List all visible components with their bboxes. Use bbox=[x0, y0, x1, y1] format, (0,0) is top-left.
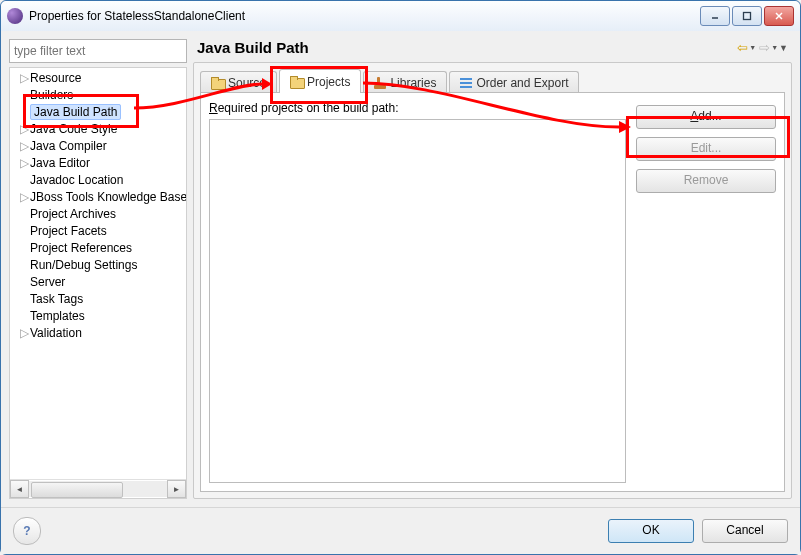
tree-item-label: Javadoc Location bbox=[30, 173, 123, 187]
tree-item-label: Java Code Style bbox=[30, 122, 117, 136]
tree-item-label: Templates bbox=[30, 309, 85, 323]
projects-tab-area: Required projects on the build path: Add… bbox=[200, 92, 785, 492]
folder-icon bbox=[211, 77, 224, 88]
main-panel: Java Build Path ⇦▼ ⇨▼ ▼ Source bbox=[193, 39, 792, 499]
tree-item-validation[interactable]: ▷Validation bbox=[12, 325, 186, 342]
tree-item-project-facets[interactable]: Project Facets bbox=[12, 223, 186, 240]
view-menu-icon[interactable]: ▼ bbox=[779, 43, 788, 53]
page-title: Java Build Path bbox=[197, 39, 309, 56]
expand-arrow-icon[interactable]: ▷ bbox=[20, 155, 30, 172]
tab-projects-label: Projects bbox=[307, 75, 350, 89]
tab-source-label: Source bbox=[228, 76, 266, 90]
titlebar[interactable]: Properties for StatelessStandaloneClient bbox=[1, 1, 800, 32]
expand-arrow-icon[interactable]: ▷ bbox=[20, 70, 30, 87]
filter-box bbox=[9, 39, 187, 63]
required-projects-label: Required projects on the build path: bbox=[209, 101, 626, 115]
tree-item-label: Resource bbox=[30, 71, 81, 85]
library-icon bbox=[374, 77, 386, 89]
expand-arrow-icon[interactable]: ▷ bbox=[20, 138, 30, 155]
tree-item-builders[interactable]: Builders bbox=[12, 87, 186, 104]
tree-item-label: Java Editor bbox=[30, 156, 90, 170]
tab-projects[interactable]: Projects bbox=[279, 69, 361, 93]
tree-item-label: Validation bbox=[30, 326, 82, 340]
expand-arrow-icon[interactable]: ▷ bbox=[20, 189, 30, 206]
tree-item-project-references[interactable]: Project References bbox=[12, 240, 186, 257]
tab-order-export[interactable]: Order and Export bbox=[449, 71, 579, 93]
tree-item-java-editor[interactable]: ▷Java Editor bbox=[12, 155, 186, 172]
tab-order-export-label: Order and Export bbox=[476, 76, 568, 90]
nav-forward-icon: ⇨ bbox=[759, 40, 770, 55]
minimize-button[interactable] bbox=[700, 6, 730, 26]
tree-item-label: Java Build Path bbox=[30, 104, 121, 120]
remove-button: Remove bbox=[636, 169, 776, 193]
add-button[interactable]: Add... bbox=[636, 105, 776, 129]
close-button[interactable] bbox=[764, 6, 794, 26]
tree-item-project-archives[interactable]: Project Archives bbox=[12, 206, 186, 223]
tree-item-label: Task Tags bbox=[30, 292, 83, 306]
nav-back-icon[interactable]: ⇦ bbox=[737, 40, 748, 55]
order-export-icon bbox=[460, 78, 472, 88]
edit-button: Edit... bbox=[636, 137, 776, 161]
tree-item-javadoc-location[interactable]: Javadoc Location bbox=[12, 172, 186, 189]
tree-item-java-build-path[interactable]: Java Build Path bbox=[12, 104, 186, 121]
tab-libraries-label: Libraries bbox=[390, 76, 436, 90]
window-title: Properties for StatelessStandaloneClient bbox=[29, 9, 700, 23]
svg-rect-1 bbox=[744, 13, 751, 20]
tree-hscrollbar[interactable]: ◄ ► bbox=[10, 479, 186, 498]
tab-libraries[interactable]: Libraries bbox=[363, 71, 447, 93]
expand-arrow-icon[interactable]: ▷ bbox=[20, 325, 30, 342]
tree-item-jboss-tools-knowledge-base[interactable]: ▷JBoss Tools Knowledge Base bbox=[12, 189, 186, 206]
build-path-tabs: Source Projects Libraries Order and bbox=[200, 69, 785, 93]
page-toolbar: ⇦▼ ⇨▼ ▼ bbox=[737, 40, 788, 55]
tree-item-resource[interactable]: ▷Resource bbox=[12, 70, 186, 87]
folder-icon bbox=[290, 76, 303, 87]
tree-item-label: Project References bbox=[30, 241, 132, 255]
expand-arrow-icon[interactable]: ▷ bbox=[20, 121, 30, 138]
dialog-footer: ? OK Cancel bbox=[1, 507, 800, 554]
tab-source[interactable]: Source bbox=[200, 71, 277, 93]
maximize-button[interactable] bbox=[732, 6, 762, 26]
filter-input[interactable] bbox=[10, 40, 186, 62]
eclipse-icon bbox=[7, 8, 23, 24]
nav-back-menu-icon[interactable]: ▼ bbox=[749, 44, 756, 51]
tree-item-server[interactable]: Server bbox=[12, 274, 186, 291]
tree-item-task-tags[interactable]: Task Tags bbox=[12, 291, 186, 308]
ok-button[interactable]: OK bbox=[608, 519, 694, 543]
tree-item-label: Builders bbox=[30, 88, 73, 102]
tree-item-label: Project Facets bbox=[30, 224, 107, 238]
help-button[interactable]: ? bbox=[13, 517, 41, 545]
required-projects-list[interactable] bbox=[209, 119, 626, 483]
tree-item-java-compiler[interactable]: ▷Java Compiler bbox=[12, 138, 186, 155]
cancel-button[interactable]: Cancel bbox=[702, 519, 788, 543]
tree-item-templates[interactable]: Templates bbox=[12, 308, 186, 325]
tree-item-label: Project Archives bbox=[30, 207, 116, 221]
scroll-track[interactable] bbox=[29, 481, 167, 497]
tree-item-label: Java Compiler bbox=[30, 139, 107, 153]
scroll-left-button[interactable]: ◄ bbox=[10, 480, 29, 498]
tree-item-label: Server bbox=[30, 275, 65, 289]
tree-item-run-debug-settings[interactable]: Run/Debug Settings bbox=[12, 257, 186, 274]
tree-item-label: JBoss Tools Knowledge Base bbox=[30, 190, 186, 204]
category-tree[interactable]: ▷ResourceBuildersJava Build Path▷Java Co… bbox=[10, 68, 186, 479]
tree-item-java-code-style[interactable]: ▷Java Code Style bbox=[12, 121, 186, 138]
properties-dialog: Properties for StatelessStandaloneClient… bbox=[0, 0, 801, 555]
sidebar: ▷ResourceBuildersJava Build Path▷Java Co… bbox=[9, 39, 187, 499]
scroll-right-button[interactable]: ► bbox=[167, 480, 186, 498]
nav-forward-menu-icon[interactable]: ▼ bbox=[771, 44, 778, 51]
scroll-thumb[interactable] bbox=[31, 482, 123, 498]
tree-item-label: Run/Debug Settings bbox=[30, 258, 137, 272]
